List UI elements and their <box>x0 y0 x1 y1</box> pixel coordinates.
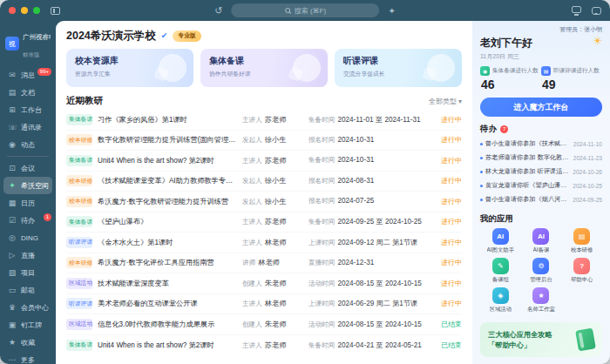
region-activity-app-icon: ◈ <box>492 287 509 304</box>
research-row[interactable]: 区域活动 技术赋能课堂深度变革 创建人朱老师 活动时间2024-08-15 至 … <box>66 273 462 294</box>
todo-item[interactable]: 黄宣龙邀请你听《望庐山瀑布》... 2024-10-25 <box>480 179 602 192</box>
feature-card-title: 听课评课 <box>343 55 453 67</box>
todo-date: 2024-09-25 <box>573 197 602 203</box>
feature-card[interactable]: 校本资源库 资源共享汇集 <box>66 49 193 87</box>
row-type-tag: 听课评课 <box>66 237 92 248</box>
contacts-icon: ☏ <box>8 124 17 131</box>
sidebar-item[interactable]: ◎ DING <box>3 229 52 246</box>
type-filter-dropdown[interactable]: 全部类型 ▾ <box>429 97 462 106</box>
todo-date: 2024-11-10 <box>573 141 602 147</box>
todo-item[interactable]: 苏老师邀请你参加 数字化教研管... 2024-11-23 <box>480 151 602 165</box>
sidebar-item-label: 收藏 <box>21 338 35 347</box>
sidebar-item-label: 动态 <box>21 140 35 150</box>
search-input[interactable]: 搜索 (⌘F) <box>231 3 379 17</box>
sidebar-item[interactable]: ⊞ 工作台 <box>3 101 52 118</box>
stat-label: 听课评课进行人数 <box>553 67 600 75</box>
favorites-icon: ★ <box>8 339 17 347</box>
todo-dot-icon <box>480 143 483 145</box>
history-icon[interactable]: ↺ <box>214 6 222 16</box>
sidebar-item[interactable]: ▣ 钉工牌 <box>3 316 52 334</box>
org-name: 广州视睿电... <box>23 33 51 41</box>
sidebar-item[interactable]: ⋯ 更多 <box>3 351 52 364</box>
sidebar-item-label: 项目 <box>21 268 35 278</box>
app-shortcut[interactable]: ⚙ 管理后台 <box>521 258 562 284</box>
sidebar-item[interactable]: ▦ 日历 <box>3 194 52 212</box>
ding-icon: ◎ <box>8 234 17 242</box>
titlebar-center: ↺ 搜索 (⌘F) ✦ <box>214 3 396 17</box>
feature-card[interactable]: 集体备课 协作共研备好课 <box>200 49 328 87</box>
row-title: 《望庐山瀑布》 <box>98 217 237 226</box>
sidebar-toggle-icon[interactable] <box>51 7 60 15</box>
sidebar-item[interactable]: ▧ 项目 <box>3 264 52 281</box>
client-chat-icon[interactable] <box>592 7 601 15</box>
research-row[interactable]: 集体备课 Unit4 When is the art show? 第2课时 主讲… <box>66 151 462 172</box>
row-status: 已结束 <box>436 320 462 329</box>
app-shortcut[interactable]: ★ 名师工作室 <box>521 287 562 313</box>
search-icon <box>285 8 290 13</box>
stat-block[interactable]: ▤ 听课评课进行人数 49 <box>541 66 602 91</box>
app-shortcut[interactable]: AI AI备课 <box>521 228 562 254</box>
ai-sparkle-icon[interactable]: ✦ <box>388 6 395 16</box>
app-shortcut[interactable]: AI AI图文助手 <box>480 228 521 254</box>
sidebar-item[interactable]: ▭ 邮箱 <box>3 281 52 299</box>
research-row[interactable]: 听课评课 《金木水火土》第1课时 主讲人林老师 上课时间2024-09-12 周… <box>66 233 462 253</box>
app-shortcut-label: AI备课 <box>533 246 550 254</box>
app-shortcut[interactable]: ◈ 区域活动 <box>480 287 521 313</box>
todo-item[interactable]: 曾小生邀请你参加《烟八河》集... 2024-09-25 <box>480 192 602 206</box>
todo-dot-icon <box>480 199 483 201</box>
live-icon: ▷ <box>8 252 17 260</box>
row-time: 报名时间2024-10-31 <box>308 136 430 145</box>
app-shortcut[interactable]: ? 帮助中心 <box>561 258 602 284</box>
enter-workbench-button[interactable]: 进入魔方工作台 <box>480 98 602 117</box>
row-time: 活动时间2024-08-15 至 2024-10-15 <box>308 279 430 288</box>
sidebar-item[interactable]: ✦ 希沃空间 <box>3 177 52 194</box>
research-row[interactable]: 校本研修 希沃魔方·数字化评价工具应用指南营 讲师林老师 直播时间2024-12… <box>66 253 462 274</box>
sidebar-item[interactable]: ✉ 消息 99+ <box>3 66 52 84</box>
app-shortcut[interactable]: ✎ 备课组 <box>480 258 521 284</box>
row-time: 集备时间2024-10-31 <box>308 156 430 165</box>
row-person: 创建人朱老师 <box>242 279 303 288</box>
help-center-banner[interactable]: 三大核心应用全攻略 「帮助中心」 <box>480 322 602 357</box>
sidebar-divider <box>7 156 49 157</box>
sidebar-item[interactable]: ▤ 文档 <box>3 84 52 101</box>
research-row[interactable]: 校本研修 希沃魔方·数字化教研管理能力提升训练营 发起人徐小生 报名时间2024… <box>66 192 462 212</box>
sidebar-item[interactable]: ▷ 直播 <box>3 246 52 264</box>
research-row[interactable]: 集体备课 《望庐山瀑布》 主讲人苏老师 集备时间2024-09-25 至 202… <box>66 212 462 233</box>
todo-item[interactable]: 曾小生邀请你参加《技术赋能课... 2024-11-10 <box>480 137 602 151</box>
work-badge-icon: ▣ <box>8 321 17 329</box>
app-window: ↺ 搜索 (⌘F) ✦ 视 广州视睿电... 标准版 <box>0 0 610 364</box>
app-shortcut[interactable]: ▤ 校本研修 <box>561 228 602 254</box>
research-row[interactable]: 集体备课 Unit4 When is the art show? 第2课时 主讲… <box>66 335 462 356</box>
todo-section-title: 待办 <box>480 124 497 135</box>
sidebar-item[interactable]: ⊡ 会议 <box>3 159 52 177</box>
sidebar-item-label: 会员中心 <box>21 303 49 313</box>
sidebar-item[interactable]: ♛ 会员中心 <box>3 299 52 316</box>
screen-share-icon[interactable] <box>572 6 581 16</box>
row-time: 上课时间2024-06-29 周二 第1节课 <box>308 299 430 308</box>
main-content: 2024希沃演示学校 ✔ 专业版 校本资源库 资源共享汇集 集体备课 <box>56 21 472 364</box>
research-row[interactable]: 听课评课 美术老师必看的互动课堂公开课 主讲人林老师 上课时间2024-06-2… <box>66 294 462 315</box>
row-time: 报名时间2024-07-25 <box>308 197 430 206</box>
sidebar-item[interactable]: ☑ 待办 1 <box>3 212 52 229</box>
sidebar-item[interactable]: ☏ 通讯录 <box>3 118 52 136</box>
sidebar-item[interactable]: ◉ 动态 <box>3 136 52 153</box>
sidebar-item-label: 文档 <box>21 88 35 98</box>
stat-label: 集体备课进行人数 <box>492 67 539 75</box>
sidebar-item[interactable]: ★ 收藏 <box>3 334 52 351</box>
research-row[interactable]: 校本研修 数字化教研管理能力提升训练营(面向管理员) 发起人徐小生 报名时间20… <box>66 131 462 152</box>
todo-date: 2024-11-23 <box>573 155 602 161</box>
org-switcher[interactable]: 视 广州视睿电... 标准版 <box>3 23 52 66</box>
row-person: 主讲人苏老师 <box>242 340 303 350</box>
workbench-icon: ⊞ <box>8 106 17 114</box>
close-window-button[interactable] <box>9 7 16 14</box>
research-row[interactable]: 集体备课 习作《家乡的风俗》第1课时 主讲人苏老师 集备时间2024-11-01… <box>66 110 462 131</box>
row-time: 集备时间2024-09-25 至 2024-10-25 <box>308 217 430 226</box>
minimize-window-button[interactable] <box>21 7 28 14</box>
zoom-window-button[interactable] <box>33 7 40 14</box>
todo-item[interactable]: 林大龙邀请你参加 听评课活动... 2024-10-26 <box>480 165 602 179</box>
research-row[interactable]: 区域活动 信息化3.0时代教师教学能力成果展示 创建人朱老师 活动时间2024-… <box>66 314 462 335</box>
stat-block[interactable]: ◉ 集体备课进行人数 46 <box>480 66 541 91</box>
research-row[interactable]: 校本研修 《技术赋能课堂变革》AI助力教师教学专业成长 发起人徐小生 报名时间2… <box>66 172 462 192</box>
feature-card[interactable]: 听课评课 交流分享促成长 <box>335 49 462 87</box>
row-title: 信息化3.0时代教师教学能力成果展示 <box>98 320 237 329</box>
